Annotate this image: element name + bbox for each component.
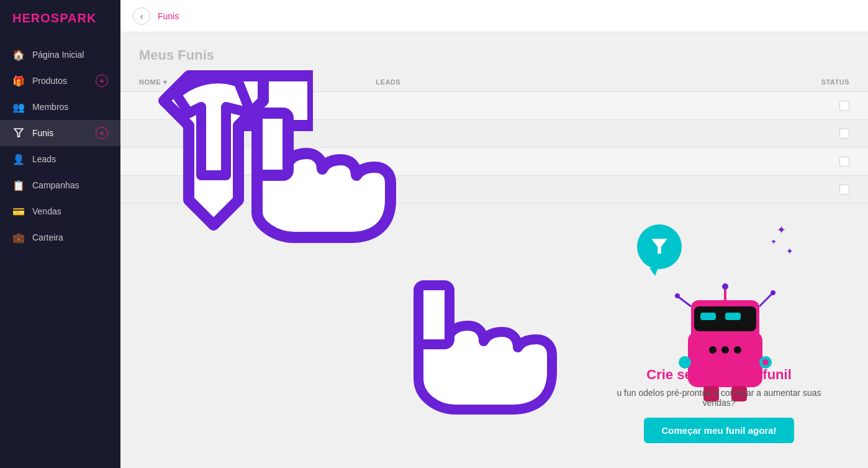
sidebar-item-membros[interactable]: 👥 Membros bbox=[0, 94, 120, 120]
svg-point-18 bbox=[721, 346, 729, 354]
svg-rect-7 bbox=[725, 313, 741, 320]
cta-box: Crie seu primeiro funil u fun odelos pré… bbox=[607, 367, 831, 443]
sidebar-label: Carteira bbox=[32, 232, 63, 242]
sidebar-item-carteira[interactable]: 💼 Carteira bbox=[0, 224, 120, 250]
cta-title: Crie seu primeiro funil bbox=[607, 367, 831, 383]
campaigns-icon: 📋 bbox=[12, 179, 25, 191]
start-funnel-button[interactable]: Começar meu funil agora! bbox=[644, 418, 793, 443]
svg-rect-1 bbox=[257, 113, 288, 175]
sidebar-item-leads[interactable]: 👤 Leads bbox=[0, 146, 120, 172]
sidebar-label: Funis bbox=[32, 128, 53, 138]
sidebar-label: Produtos bbox=[32, 76, 67, 86]
svg-rect-2 bbox=[418, 285, 450, 344]
row-checkbox[interactable] bbox=[839, 157, 849, 167]
svg-point-19 bbox=[734, 346, 741, 354]
hand-pointer-large-icon bbox=[220, 88, 425, 259]
logo: HEROSPARK bbox=[0, 0, 120, 37]
add-produto-button[interactable]: + bbox=[96, 75, 108, 87]
sidebar-item-produtos[interactable]: 🎁 Produtos + bbox=[0, 68, 120, 94]
cta-subtitle-text: u fun odelos pré-prontos e começar a aum… bbox=[617, 388, 821, 408]
sidebar-item-pagina-inicial[interactable]: 🏠 Página Inicial bbox=[0, 42, 120, 68]
sidebar-label: Leads bbox=[32, 154, 56, 164]
products-icon: 🎁 bbox=[12, 75, 25, 87]
sidebar: HEROSPARK 🏠 Página Inicial 🎁 Produtos + … bbox=[0, 0, 120, 468]
svg-point-13 bbox=[771, 290, 775, 295]
svg-line-12 bbox=[759, 294, 772, 306]
members-icon: 👥 bbox=[12, 101, 25, 113]
row-checkbox[interactable] bbox=[839, 185, 849, 195]
col-leads: LEADS bbox=[376, 78, 612, 86]
sales-icon: 💳 bbox=[12, 205, 25, 218]
svg-marker-0 bbox=[14, 129, 23, 137]
content-area: Meus Funis NOME ▾ LEADS STATUS bbox=[120, 32, 868, 468]
sidebar-item-campanhas[interactable]: 📋 Campanhas bbox=[0, 172, 120, 198]
sidebar-label: Vendas bbox=[32, 206, 61, 216]
svg-point-17 bbox=[709, 346, 717, 354]
main-content: ‹ Funis Meus Funis NOME ▾ LEADS STATUS bbox=[120, 0, 868, 468]
logo-text: HEROSPARK bbox=[12, 11, 96, 25]
cta-subtitle: u fun odelos pré-prontos e começar a aum… bbox=[607, 388, 831, 408]
funis-icon bbox=[12, 127, 25, 139]
sidebar-item-vendas[interactable]: 💳 Vendas bbox=[0, 198, 120, 224]
speech-bubble bbox=[637, 224, 682, 269]
sidebar-label: Página Inicial bbox=[32, 50, 84, 60]
svg-point-11 bbox=[675, 293, 680, 298]
back-button[interactable]: ‹ bbox=[133, 7, 150, 25]
svg-point-16 bbox=[762, 359, 769, 365]
add-funil-button[interactable]: + bbox=[96, 127, 108, 139]
col-status: STATUS bbox=[613, 78, 849, 86]
header: ‹ Funis bbox=[120, 0, 868, 32]
home-icon: 🏠 bbox=[12, 48, 25, 61]
sparks-decoration: ✦ ✦ ✦ bbox=[764, 224, 793, 257]
funnel-arrow-small-icon bbox=[387, 267, 561, 431]
svg-line-10 bbox=[679, 297, 691, 306]
svg-marker-22 bbox=[651, 239, 667, 254]
sidebar-item-funis[interactable]: Funis + bbox=[0, 120, 120, 146]
sidebar-label: Membros bbox=[32, 102, 68, 112]
sidebar-label: Campanhas bbox=[32, 180, 79, 190]
leads-icon: 👤 bbox=[12, 153, 25, 165]
wallet-icon: 💼 bbox=[12, 231, 25, 244]
chevron-left-icon: ‹ bbox=[140, 11, 143, 21]
row-checkbox[interactable] bbox=[839, 129, 849, 139]
sidebar-nav: 🏠 Página Inicial 🎁 Produtos + 👥 Membros … bbox=[0, 37, 120, 468]
svg-point-9 bbox=[722, 283, 728, 290]
breadcrumb: Funis bbox=[158, 11, 179, 21]
row-checkbox[interactable] bbox=[839, 101, 849, 111]
svg-rect-6 bbox=[700, 313, 716, 320]
